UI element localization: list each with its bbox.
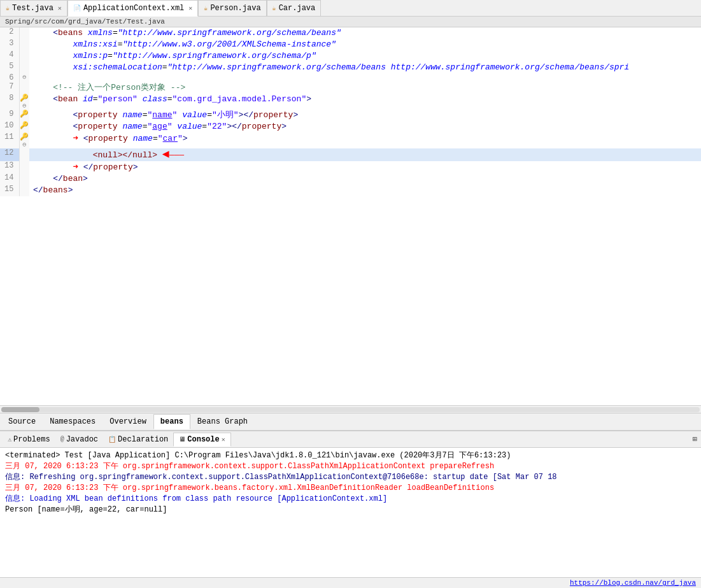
line-icon	[19, 50, 29, 62]
line-code[interactable]: <property name="name" value="小明"></prope…	[29, 110, 701, 121]
console-line-2: 信息: Refreshing org.springframework.conte…	[5, 472, 696, 483]
line-icon	[19, 62, 29, 73]
line-number: 2	[0, 27, 19, 39]
tab-person-java-label: Person.java	[210, 4, 260, 13]
line-number: 12	[0, 148, 19, 161]
line-code[interactable]: <null></null> ◀———	[29, 148, 701, 161]
line-code[interactable]: xsi:schemaLocation="http://www.springfra…	[29, 62, 701, 73]
scrollbar-track[interactable]	[1, 407, 700, 412]
table-row: 8 🔑⊖ <bean id="person" class="com.grd_ja…	[0, 94, 701, 110]
console-line-5: Person [name=小明, age=22, car=null]	[5, 505, 696, 515]
line-number: 9	[0, 110, 19, 121]
xml-icon: 📄	[73, 4, 81, 12]
status-bar: https://blog.csdn.nav/grd_java	[0, 577, 701, 588]
line-code[interactable]	[29, 73, 701, 82]
table-row: 5 xsi:schemaLocation="http://www.springf…	[0, 62, 701, 73]
java-icon-2: ☕	[204, 4, 208, 12]
line-icon	[19, 148, 29, 161]
java-icon-3: ☕	[273, 4, 276, 12]
line-code[interactable]: <bean id="person" class="com.grd_java.mo…	[29, 94, 701, 110]
line-number: 8	[0, 94, 19, 110]
breadcrumb: Spring/src/com/grd_java/Test/Test.java	[0, 17, 701, 27]
table-row: 6 ⊖	[0, 73, 701, 82]
table-row: 11 🔑⊖ ➜ <property name="car">	[0, 133, 701, 148]
tab-person-java[interactable]: ☕ Person.java	[198, 0, 266, 16]
line-icon	[19, 39, 29, 50]
bottom-tab-beans[interactable]: beans	[153, 414, 190, 429]
line-number: 15	[0, 185, 19, 196]
java-icon: ☕	[6, 4, 10, 12]
code-table: 2 <beans xmlns="http://www.springframewo…	[0, 27, 701, 196]
line-number: 6	[0, 73, 19, 82]
line-number: 13	[0, 161, 19, 173]
tab-app-context-xml[interactable]: 📄 ApplicationContext.xml ✕	[67, 0, 198, 17]
bottom-tab-source[interactable]: Source	[1, 414, 43, 429]
table-row: 4 xmlns:p="http://www.springframework.or…	[0, 50, 701, 62]
line-code[interactable]: xmlns:p="http://www.springframework.org/…	[29, 50, 701, 62]
javadoc-icon: @	[60, 436, 64, 443]
bottom-tab-overview[interactable]: Overview	[103, 414, 153, 429]
console-toolbar-icon[interactable]: ⊞	[693, 435, 697, 444]
line-icon: 🔑	[19, 110, 29, 121]
table-row: 12 <null></null> ◀———	[0, 148, 701, 161]
table-row: 7 <!-- 注入一个Person类对象 -->	[0, 82, 701, 94]
tab-bar: ☕ Test.java ✕ 📄 ApplicationContext.xml ✕…	[0, 0, 701, 17]
code-content[interactable]: 2 <beans xmlns="http://www.springframewo…	[0, 27, 701, 405]
line-icon	[19, 185, 29, 196]
scrollbar-thumb[interactable]	[1, 407, 39, 412]
line-icon: 🔑⊖	[19, 94, 29, 110]
console-terminated-line: <terminated> Test [Java Application] C:\…	[5, 450, 696, 461]
table-row: 13 ➜ </property>	[0, 161, 701, 173]
tab-app-context-xml-close[interactable]: ✕	[188, 4, 192, 12]
line-number: 11	[0, 133, 19, 148]
line-number: 4	[0, 50, 19, 62]
tab-test-java-label: Test.java	[12, 4, 53, 13]
console-tab-javadoc[interactable]: @ Javadoc	[55, 433, 103, 446]
line-icon: 🔑	[19, 121, 29, 133]
console-tab-declaration[interactable]: 📋 Declaration	[103, 433, 173, 446]
line-icon	[19, 173, 29, 185]
line-code[interactable]: <property name="age" value="22"></proper…	[29, 121, 701, 133]
console-tab-problems[interactable]: ⚠ Problems	[3, 433, 55, 446]
line-code[interactable]: </beans>	[29, 185, 701, 196]
line-number: 3	[0, 39, 19, 50]
console-toolbar-right: ⊞	[693, 434, 701, 444]
line-code[interactable]: </bean>	[29, 173, 701, 185]
line-code[interactable]: <!-- 注入一个Person类对象 -->	[29, 82, 701, 94]
table-row: 9 🔑 <property name="name" value="小明"></p…	[0, 110, 701, 121]
line-icon	[19, 27, 29, 39]
tab-car-java[interactable]: ☕ Car.java	[267, 0, 322, 16]
tab-test-java-close[interactable]: ✕	[58, 4, 62, 12]
declaration-icon: 📋	[108, 436, 116, 443]
horizontal-scrollbar[interactable]	[0, 405, 701, 413]
console-tab-console[interactable]: 🖥 Console ✕	[173, 433, 230, 447]
console-line-4: 信息: Loading XML bean definitions from cl…	[5, 494, 696, 505]
problems-icon: ⚠	[8, 436, 11, 443]
console-content[interactable]: <terminated> Test [Java Application] C:\…	[0, 448, 701, 577]
bottom-tab-beans-graph[interactable]: Beans Graph	[190, 414, 255, 429]
console-panel: ⚠ Problems @ Javadoc 📋 Declaration 🖥 Con…	[0, 431, 701, 577]
line-number: 7	[0, 82, 19, 94]
table-row: 14 </bean>	[0, 173, 701, 185]
table-row: 15 </beans>	[0, 185, 701, 196]
line-icon: ⊖	[19, 73, 29, 82]
tab-test-java[interactable]: ☕ Test.java ✕	[0, 0, 67, 16]
console-tab-bar: ⚠ Problems @ Javadoc 📋 Declaration 🖥 Con…	[0, 431, 701, 448]
table-row: 10 🔑 <property name="age" value="22"></p…	[0, 121, 701, 133]
line-icon: 🔑⊖	[19, 133, 29, 148]
table-row: 3 xmlns:xsi="http://www.w3.org/2001/XMLS…	[0, 39, 701, 50]
console-close-icon[interactable]: ✕	[222, 436, 225, 443]
bottom-tab-namespaces[interactable]: Namespaces	[43, 414, 103, 429]
console-line-1: 三月 07, 2020 6:13:23 下午 org.springframewo…	[5, 461, 696, 472]
line-icon	[19, 82, 29, 94]
console-icon: 🖥	[179, 436, 185, 443]
editor-bottom-tab-bar: Source Namespaces Overview beans Beans G…	[0, 413, 701, 431]
line-code[interactable]: xmlns:xsi="http://www.w3.org/2001/XMLSch…	[29, 39, 701, 50]
status-url[interactable]: https://blog.csdn.nav/grd_java	[570, 579, 696, 587]
line-code[interactable]: ➜ </property>	[29, 161, 701, 173]
editor-area: 2 <beans xmlns="http://www.springframewo…	[0, 27, 701, 431]
line-code[interactable]: ➜ <property name="car">	[29, 133, 701, 148]
line-number: 5	[0, 62, 19, 73]
line-code[interactable]: <beans xmlns="http://www.springframework…	[29, 27, 701, 39]
line-number: 14	[0, 173, 19, 185]
